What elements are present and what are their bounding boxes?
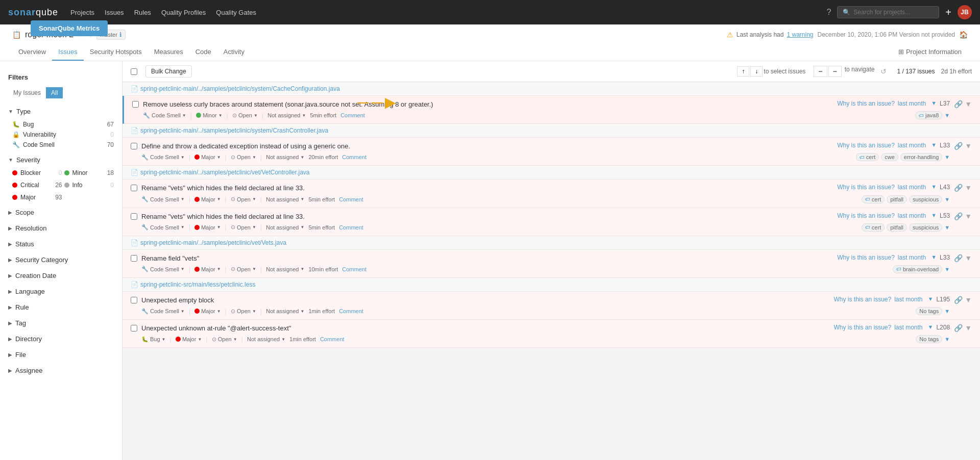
link-icon-2[interactable]: 🔗 bbox=[954, 142, 963, 150]
issue-why-3b[interactable]: Why is this an issue? bbox=[837, 212, 895, 219]
nav-issues[interactable]: Issues bbox=[105, 9, 124, 16]
filter-major[interactable]: Major 93 bbox=[12, 192, 62, 202]
tab-security-hotspots[interactable]: Security Hotspots bbox=[84, 44, 148, 61]
issue-checkbox-3b[interactable] bbox=[131, 213, 137, 220]
issue-why-4[interactable]: Why is this an issue? bbox=[837, 254, 895, 261]
issue-severity-3b[interactable]: Major ▼ bbox=[194, 224, 220, 231]
nav-quality-profiles[interactable]: Quality Profiles bbox=[161, 9, 206, 16]
issue-severity-3a[interactable]: Major ▼ bbox=[194, 196, 220, 202]
issue-severity-5b[interactable]: Major ▼ bbox=[176, 336, 202, 342]
file-path-3[interactable]: spring-petclinic-main/../samples/petclin… bbox=[140, 169, 309, 176]
link-icon-1[interactable]: 🔗 bbox=[954, 100, 963, 108]
link-icon-5b[interactable]: 🔗 bbox=[954, 324, 963, 332]
filter-code-smell[interactable]: 🔧 Code Smell 70 bbox=[12, 140, 114, 150]
filter-status-header[interactable]: ▶ Status bbox=[0, 237, 122, 251]
nav-quality-gates[interactable]: Quality Gates bbox=[216, 9, 256, 16]
refresh-icon[interactable]: ↺ bbox=[880, 67, 887, 75]
filter-security-category-header[interactable]: ▶ Security Category bbox=[0, 253, 122, 267]
tab-overview[interactable]: Overview bbox=[12, 44, 52, 61]
issue-comment-2[interactable]: Comment bbox=[342, 154, 366, 160]
filter-icon-1[interactable]: ▼ bbox=[965, 100, 972, 108]
search-box[interactable]: 🔍 bbox=[837, 6, 939, 18]
issue-line-1[interactable]: ▼ bbox=[931, 100, 937, 106]
filter-icon-2[interactable]: ▼ bbox=[965, 142, 972, 150]
filter-icon-5a[interactable]: ▼ bbox=[965, 296, 972, 304]
dash-minus-button[interactable]: − bbox=[814, 66, 827, 77]
issue-comment-5b[interactable]: Comment bbox=[320, 336, 345, 342]
filter-language-header[interactable]: ▶ Language bbox=[0, 285, 122, 298]
filter-tag-header[interactable]: ▶ Tag bbox=[0, 316, 122, 330]
filter-icon-3b[interactable]: ▼ bbox=[965, 212, 972, 220]
issue-comment-1[interactable]: Comment bbox=[340, 112, 365, 118]
nav-rules[interactable]: Rules bbox=[134, 9, 151, 16]
filter-minor[interactable]: Minor 18 bbox=[64, 168, 114, 178]
select-all-checkbox[interactable] bbox=[131, 68, 137, 75]
issue-why-3a[interactable]: Why is this an issue? bbox=[837, 184, 895, 191]
issue-type-1[interactable]: 🔧 Code Smell ▼ bbox=[143, 112, 186, 119]
issue-why-5b[interactable]: Why is this an issue? bbox=[834, 324, 891, 331]
warning-link[interactable]: 1 warning bbox=[787, 31, 813, 38]
file-path-4[interactable]: spring-petclinic-main/../samples/petclin… bbox=[140, 239, 286, 246]
tab-issues[interactable]: Issues bbox=[52, 44, 84, 61]
filter-icon-3a[interactable]: ▼ bbox=[965, 184, 972, 192]
link-icon-5a[interactable]: 🔗 bbox=[954, 296, 963, 304]
tag-2-error[interactable]: error-handling bbox=[900, 153, 942, 161]
issue-comment-4[interactable]: Comment bbox=[342, 266, 366, 272]
nav-projects[interactable]: Projects bbox=[70, 9, 94, 16]
filter-assignee-header[interactable]: ▶ Assignee bbox=[0, 364, 122, 377]
file-path-2[interactable]: spring-petclinic-main/../samples/petclin… bbox=[140, 127, 328, 134]
issue-status-4[interactable]: ⊙ Open ▼ bbox=[231, 266, 256, 272]
issue-row-3a[interactable]: Rename "vets" which hides the field decl… bbox=[122, 180, 980, 208]
filter-icon-5b[interactable]: ▼ bbox=[965, 324, 972, 332]
issues-scroll[interactable]: 📄 spring-petclinic-main/../samples/petcl… bbox=[122, 82, 980, 348]
tab-measures[interactable]: Measures bbox=[148, 44, 189, 61]
issue-assignee-3b[interactable]: Not assigned ▼ bbox=[266, 224, 304, 231]
filter-info[interactable]: Info 0 bbox=[64, 180, 114, 190]
filter-rule-header[interactable]: ▶ Rule bbox=[0, 300, 122, 314]
tag-filter-5b[interactable]: ▼ bbox=[944, 336, 950, 342]
file-path-5[interactable]: spring-petclinic-src/main/less/petclinic… bbox=[140, 281, 255, 288]
issue-assignee-2[interactable]: Not assigned ▼ bbox=[266, 154, 304, 160]
tag-3b-suspicious[interactable]: suspicious bbox=[909, 223, 942, 232]
filter-scope-header[interactable]: ▶ Scope bbox=[0, 206, 122, 219]
issue-row-3b[interactable]: Rename "vets" which hides the field decl… bbox=[122, 208, 980, 236]
filter-directory-header[interactable]: ▶ Directory bbox=[0, 332, 122, 346]
issue-row-2[interactable]: Define and throw a dedicated exception i… bbox=[122, 138, 980, 166]
nav-down-button[interactable]: ↓ bbox=[750, 66, 763, 76]
issue-row-5b[interactable]: Unexpected unknown at-rule "@alert-succe… bbox=[122, 320, 980, 348]
filter-file-header[interactable]: ▶ File bbox=[0, 348, 122, 362]
file-path-1[interactable]: spring-petclinic-main/../samples/petclin… bbox=[140, 85, 340, 92]
issue-why-2[interactable]: Why is this an issue? bbox=[837, 142, 895, 149]
filter-type-header[interactable]: ▼ Type bbox=[0, 105, 122, 118]
tag-1-java8[interactable]: 🏷 java8 bbox=[915, 111, 942, 119]
issue-severity-2[interactable]: Major ▼ bbox=[194, 154, 220, 160]
dash-plus-button[interactable]: − bbox=[828, 66, 842, 77]
tag-filter-3a[interactable]: ▼ bbox=[944, 196, 950, 202]
add-button[interactable]: + bbox=[945, 7, 951, 18]
user-avatar[interactable]: JB bbox=[958, 5, 972, 19]
tag-3a-pitfall[interactable]: pitfall bbox=[887, 195, 907, 203]
bulk-change-button[interactable]: Bulk Change bbox=[145, 65, 192, 78]
issue-assignee-5a[interactable]: Not assigned ▼ bbox=[266, 308, 304, 314]
issue-assignee-5b[interactable]: Not assigned ▼ bbox=[247, 336, 285, 342]
tag-filter-2[interactable]: ▼ bbox=[944, 154, 950, 160]
issue-assignee-1[interactable]: Not assigned ▼ bbox=[267, 112, 306, 118]
tab-activity[interactable]: Activity bbox=[217, 44, 251, 61]
issue-row-5a[interactable]: Unexpected empty block Why is this an is… bbox=[122, 292, 980, 320]
issue-checkbox-2[interactable] bbox=[131, 143, 137, 149]
tag-3a-suspicious[interactable]: suspicious bbox=[909, 195, 942, 203]
issue-comment-5a[interactable]: Comment bbox=[339, 308, 363, 314]
issue-status-3a[interactable]: ⊙ Open ▼ bbox=[231, 196, 256, 202]
issue-status-3b[interactable]: ⊙ Open ▼ bbox=[231, 224, 256, 231]
search-input[interactable] bbox=[853, 9, 934, 16]
tag-3a-cert[interactable]: 🏷cert bbox=[862, 195, 885, 203]
issue-type-3a[interactable]: 🔧 Code Smell ▼ bbox=[141, 196, 185, 202]
help-icon[interactable]: ? bbox=[826, 8, 831, 17]
issue-checkbox-5a[interactable] bbox=[131, 297, 137, 303]
issue-assignee-3a[interactable]: Not assigned ▼ bbox=[266, 196, 304, 202]
link-icon-4[interactable]: 🔗 bbox=[954, 254, 963, 262]
issue-row-1[interactable]: Remove useless curly braces around state… bbox=[122, 96, 980, 124]
filter-icon-4[interactable]: ▼ bbox=[965, 254, 972, 262]
issue-type-2[interactable]: 🔧 Code Smell ▼ bbox=[141, 154, 185, 161]
link-icon-3b[interactable]: 🔗 bbox=[954, 212, 963, 220]
